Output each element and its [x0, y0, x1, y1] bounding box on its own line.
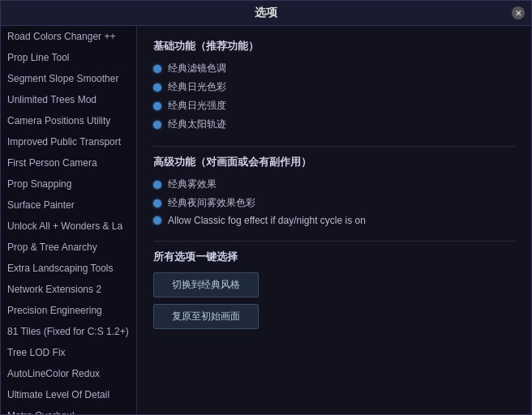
- basic-options-group: 基础功能（推荐功能） 经典滤镜色调 经典日光色彩 经典日光强度 经典太阳轨迹: [153, 39, 515, 131]
- sidebar-item[interactable]: Metro Overhaul: [1, 405, 136, 414]
- window-title: 选项: [255, 6, 277, 19]
- divider2: [153, 241, 515, 242]
- sidebar-item[interactable]: Surface Painter: [1, 195, 136, 216]
- sidebar-item[interactable]: Road Colors Changer ++: [1, 26, 136, 47]
- action-section-title: 所有选项一键选择: [153, 250, 515, 264]
- sidebar-item[interactable]: Precision Engineering: [1, 300, 136, 321]
- radio-dot: [153, 216, 161, 225]
- sidebar-item[interactable]: Prop & Tree Anarchy: [1, 237, 136, 258]
- sidebar-item[interactable]: Prop Snapping: [1, 173, 136, 195]
- radio-dot: [153, 102, 161, 110]
- main-window: 选项 ✕ Road Colors Changer ++Prop Line Too…: [0, 0, 532, 415]
- advanced-option-item[interactable]: 经典雾效果: [153, 178, 515, 191]
- action-section: 所有选项一键选择 切换到经典风格 复原至初始画面: [153, 250, 515, 329]
- basic-option-item[interactable]: 经典日光色彩: [153, 80, 515, 94]
- sidebar-item[interactable]: Improved Public Transport: [1, 131, 136, 152]
- option-label: 经典日光色彩: [168, 80, 226, 94]
- sidebar-item[interactable]: Unlimited Trees Mod: [1, 89, 136, 110]
- advanced-section-title: 高级功能（对画面或会有副作用）: [153, 155, 515, 169]
- btn-restore[interactable]: 复原至初始画面: [153, 304, 259, 329]
- divider: [153, 146, 515, 147]
- option-label: 经典夜间雾效果色彩: [168, 196, 255, 210]
- sidebar-item[interactable]: Tree LOD Fix: [1, 342, 136, 363]
- sidebar-item[interactable]: Prop Line Tool: [1, 47, 136, 68]
- advanced-options-group: 高级功能（对画面或会有副作用） 经典雾效果 经典夜间雾效果色彩 Allow Cl…: [153, 155, 515, 226]
- basic-option-item[interactable]: 经典滤镜色调: [153, 62, 515, 75]
- content-area: Road Colors Changer ++Prop Line ToolSegm…: [1, 26, 531, 414]
- basic-section-title: 基础功能（推荐功能）: [153, 39, 515, 53]
- sidebar-item[interactable]: First Person Camera: [1, 152, 136, 173]
- radio-dot: [153, 65, 161, 73]
- basic-option-item[interactable]: 经典日光强度: [153, 99, 515, 113]
- sidebar-item[interactable]: 81 Tiles (Fixed for C:S 1.2+): [1, 321, 136, 342]
- option-label: 经典雾效果: [168, 178, 217, 191]
- option-label: 经典太阳轨迹: [168, 118, 226, 131]
- basic-option-item[interactable]: 经典太阳轨迹: [153, 118, 515, 131]
- radio-dot: [153, 199, 161, 208]
- option-label: 经典滤镜色调: [168, 62, 226, 75]
- close-button[interactable]: ✕: [512, 6, 525, 19]
- radio-dot: [153, 83, 161, 92]
- sidebar: Road Colors Changer ++Prop Line ToolSegm…: [1, 26, 137, 414]
- option-label: Allow Classic fog effect if day/night cy…: [168, 215, 366, 226]
- sidebar-item[interactable]: Unlock All + Wonders & La: [1, 216, 136, 237]
- sidebar-item[interactable]: Camera Positions Utility: [1, 110, 136, 131]
- advanced-option-item[interactable]: Allow Classic fog effect if day/night cy…: [153, 215, 515, 226]
- sidebar-item[interactable]: Network Extensions 2: [1, 279, 136, 300]
- main-panel: 基础功能（推荐功能） 经典滤镜色调 经典日光色彩 经典日光强度 经典太阳轨迹 高…: [137, 26, 531, 414]
- sidebar-item[interactable]: AutoLineColor Redux: [1, 363, 136, 384]
- sidebar-item[interactable]: Extra Landscaping Tools: [1, 258, 136, 279]
- radio-dot: [153, 181, 161, 189]
- sidebar-item[interactable]: Ultimate Level Of Detail: [1, 384, 136, 405]
- option-label: 经典日光强度: [168, 99, 226, 113]
- btn-classic[interactable]: 切换到经典风格: [153, 272, 259, 297]
- radio-dot: [153, 121, 161, 129]
- title-bar: 选项 ✕: [1, 1, 531, 26]
- advanced-option-item[interactable]: 经典夜间雾效果色彩: [153, 196, 515, 210]
- sidebar-item[interactable]: Segment Slope Smoother: [1, 68, 136, 89]
